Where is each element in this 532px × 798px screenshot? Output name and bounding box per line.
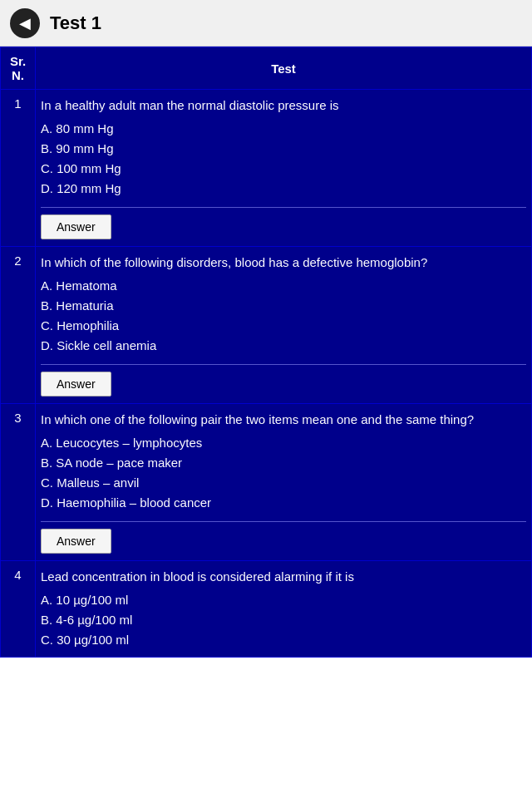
table-row-sr: 2 <box>1 247 36 404</box>
option-item: B. 90 mm Hg <box>41 139 526 159</box>
option-item: D. Haemophilia – blood cancer <box>41 493 526 513</box>
question-text-4: Lead concentration in blood is considere… <box>41 568 526 585</box>
quiz-table: Sr.N. Test 1In a healthy adult man the n… <box>0 47 532 658</box>
option-item: C. Hemophilia <box>41 316 526 336</box>
option-item: A. Hematoma <box>41 276 526 296</box>
option-item: A. Leucocytes – lymphocytes <box>41 433 526 453</box>
col-header-test: Test <box>36 47 532 90</box>
options-2: A. HematomaB. HematuriaC. HemophiliaD. S… <box>41 276 526 356</box>
back-icon: ◀ <box>19 16 31 31</box>
option-item: B. SA node – pace maker <box>41 453 526 473</box>
table-row-sr: 1 <box>1 90 36 247</box>
option-item: A. 10 µg/100 ml <box>41 590 526 610</box>
back-button[interactable]: ◀ <box>10 8 40 38</box>
option-item: D. 120 mm Hg <box>41 179 526 199</box>
option-item: C. 100 mm Hg <box>41 159 526 179</box>
answer-button-3[interactable]: Answer <box>41 529 111 554</box>
table-row: In which of the following disorders, blo… <box>36 247 532 404</box>
table-row: In which one of the following pair the t… <box>36 404 532 561</box>
options-4: A. 10 µg/100 mlB. 4-6 µg/100 mlC. 30 µg/… <box>41 590 526 650</box>
page-title: Test 1 <box>50 12 101 34</box>
options-3: A. Leucocytes – lymphocytesB. SA node – … <box>41 433 526 513</box>
option-item: D. Sickle cell anemia <box>41 336 526 356</box>
col-header-sr: Sr.N. <box>1 47 36 90</box>
table-row-sr: 4 <box>1 561 36 658</box>
header: ◀ Test 1 <box>0 0 532 47</box>
question-text-1: In a healthy adult man the normal diasto… <box>41 96 526 114</box>
option-item: A. 80 mm Hg <box>41 119 526 139</box>
question-text-3: In which one of the following pair the t… <box>41 411 526 428</box>
table-row-sr: 3 <box>1 404 36 561</box>
option-item: B. Hematuria <box>41 296 526 316</box>
table-row: In a healthy adult man the normal diasto… <box>36 90 532 247</box>
options-1: A. 80 mm HgB. 90 mm HgC. 100 mm HgD. 120… <box>41 119 526 199</box>
option-item: B. 4-6 µg/100 ml <box>41 610 526 630</box>
answer-button-2[interactable]: Answer <box>41 372 111 397</box>
question-text-2: In which of the following disorders, blo… <box>41 254 526 271</box>
answer-button-1[interactable]: Answer <box>41 214 111 239</box>
table-row: Lead concentration in blood is considere… <box>36 561 532 658</box>
option-item: C. Malleus – anvil <box>41 473 526 493</box>
option-item: C. 30 µg/100 ml <box>41 630 526 650</box>
